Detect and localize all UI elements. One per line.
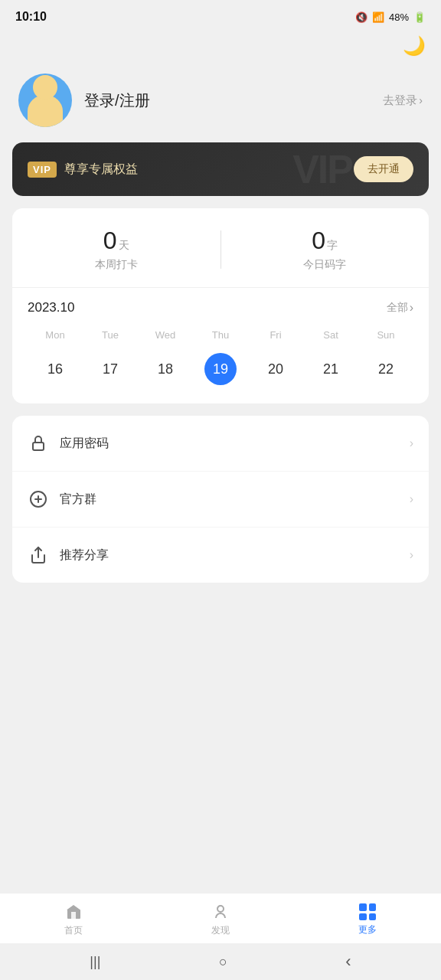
share-icon: [28, 544, 49, 566]
avatar: [18, 74, 72, 127]
android-home-button[interactable]: ○: [219, 954, 227, 970]
battery-text: 48%: [389, 11, 409, 23]
lock-icon: [28, 433, 49, 454]
checkins-number: 0: [103, 227, 117, 254]
dark-mode-section: 🌙: [0, 31, 441, 61]
day-header-wed: Wed: [138, 326, 193, 344]
menu-chevron-official-group: ›: [410, 492, 413, 506]
status-bar: 10:10 🔇 📶 48% 🔋: [0, 0, 441, 31]
words-stat: 0字 今日码字: [221, 227, 430, 272]
menu-label-app-password: 应用密码: [60, 436, 410, 452]
menu-label-recommend-share: 推荐分享: [60, 547, 410, 564]
words-unit: 字: [327, 239, 338, 251]
day-18[interactable]: 18: [138, 353, 193, 385]
discover-icon: [211, 903, 230, 921]
day-16[interactable]: 16: [28, 353, 83, 385]
calendar-all-label: 全部: [387, 301, 408, 315]
grid-icon: [359, 903, 376, 920]
stats-row: 0天 本周打卡 0字 今日码字: [12, 227, 429, 287]
menu-card: 应用密码 › 官方群 › 推荐分享 ›: [12, 416, 429, 583]
checkins-value: 0天: [12, 227, 220, 255]
profile-info: 登录/注册: [72, 90, 383, 111]
day-header-thu: Thu: [193, 326, 248, 344]
stats-card: 0天 本周打卡 0字 今日码字 2023.10 全部 › Mon Tue Wed…: [12, 208, 429, 403]
vip-badge: VIP: [28, 162, 57, 178]
login-link[interactable]: 去登录 ›: [383, 93, 423, 108]
nav-label-more: 更多: [358, 923, 377, 936]
nav-item-more[interactable]: 更多: [294, 903, 441, 936]
nav-label-discover: 发现: [211, 924, 230, 937]
menu-chevron-app-password: ›: [410, 436, 413, 450]
svg-rect-0: [33, 443, 44, 450]
menu-label-official-group: 官方群: [60, 492, 410, 508]
checkins-stat: 0天 本周打卡: [12, 227, 220, 272]
day-numbers: 16 17 18 19 20 21 22: [28, 353, 413, 385]
day-21[interactable]: 21: [303, 353, 358, 385]
vip-left: VIP 尊享专属权益: [28, 162, 138, 178]
login-chevron: ›: [419, 94, 423, 106]
day-22[interactable]: 22: [358, 353, 413, 385]
android-nav: ||| ○ ‹: [0, 943, 441, 980]
menu-chevron-recommend-share: ›: [410, 548, 413, 562]
vip-text: 尊享专属权益: [64, 162, 138, 178]
day-headers: Mon Tue Wed Thu Fri Sat Sun: [28, 326, 413, 344]
words-value: 0字: [221, 227, 430, 255]
calendar-all-button[interactable]: 全部 ›: [387, 301, 413, 315]
android-back-button[interactable]: ‹: [345, 952, 351, 972]
words-label: 今日码字: [221, 258, 430, 272]
bottom-nav: 首页 发现 更多: [0, 893, 441, 943]
day-header-tue: Tue: [83, 326, 138, 344]
wifi-icon: 📶: [372, 11, 384, 23]
home-icon: [64, 903, 83, 921]
group-icon: [28, 488, 49, 510]
nav-item-home[interactable]: 首页: [0, 903, 147, 937]
menu-item-official-group[interactable]: 官方群 ›: [12, 472, 429, 528]
checkins-unit: 天: [119, 239, 129, 251]
day-header-sat: Sat: [303, 326, 358, 344]
day-17[interactable]: 17: [83, 353, 138, 385]
day-20[interactable]: 20: [248, 353, 303, 385]
calendar-all-chevron: ›: [410, 301, 413, 315]
day-header-mon: Mon: [28, 326, 83, 344]
vip-banner: VIP 尊享专属权益 VIP 去开通: [12, 142, 429, 196]
day-19-today[interactable]: 19: [204, 353, 237, 385]
login-link-text: 去登录: [383, 93, 417, 108]
menu-item-recommend-share[interactable]: 推荐分享 ›: [12, 528, 429, 583]
android-recents-button[interactable]: |||: [90, 954, 100, 970]
calendar-month: 2023.10: [28, 300, 74, 315]
calendar-header: 2023.10 全部 ›: [28, 300, 413, 315]
status-time: 10:10: [15, 10, 47, 24]
profile-title: 登录/注册: [84, 90, 383, 111]
status-icons: 🔇 📶 48% 🔋: [355, 11, 426, 23]
profile-section: 登录/注册 去登录 ›: [0, 61, 441, 142]
words-number: 0: [312, 227, 325, 254]
svg-point-5: [217, 906, 224, 912]
nav-item-discover[interactable]: 发现: [147, 903, 294, 937]
mute-icon: 🔇: [355, 11, 368, 23]
day-header-fri: Fri: [248, 326, 303, 344]
vip-bg-text: VIP: [292, 146, 352, 192]
menu-item-app-password[interactable]: 应用密码 ›: [12, 416, 429, 472]
battery-icon: 🔋: [413, 11, 426, 23]
day-header-sun: Sun: [358, 326, 413, 344]
vip-activate-button[interactable]: 去开通: [354, 156, 413, 182]
dark-mode-icon[interactable]: 🌙: [403, 35, 426, 57]
checkins-label: 本周打卡: [12, 258, 220, 272]
calendar-section: 2023.10 全部 › Mon Tue Wed Thu Fri Sat Sun…: [12, 287, 429, 403]
nav-label-home: 首页: [64, 924, 83, 937]
